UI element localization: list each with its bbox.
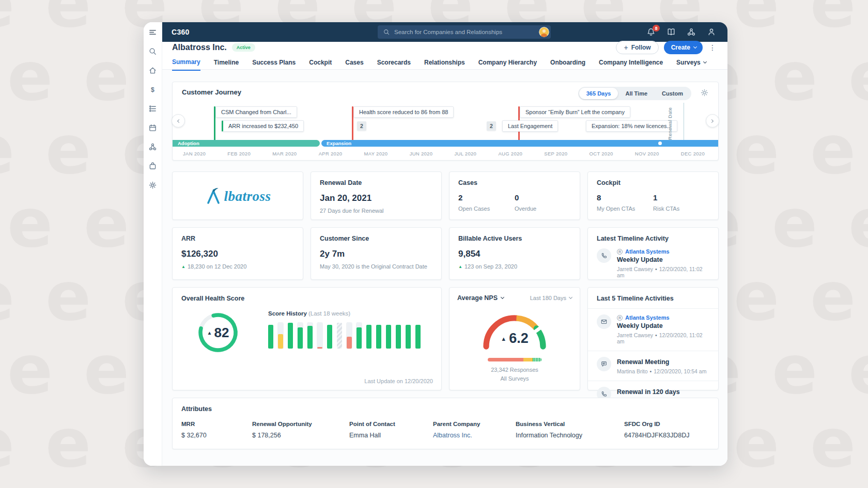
- search-icon[interactable]: [148, 46, 158, 56]
- nps-title-dropdown[interactable]: Average NPS: [457, 294, 504, 302]
- month-label: JAN 2020: [183, 151, 206, 156]
- score-bar: [288, 323, 293, 349]
- tab-summary[interactable]: Summary: [172, 58, 200, 71]
- renewal-date-card: Renewal Date Jan 20, 2021 27 Days due fo…: [311, 171, 442, 220]
- nps-value: 6.2: [509, 330, 529, 347]
- chevron-down-icon: [501, 295, 504, 299]
- timeline-activity-item[interactable]: RAtlanta SystemsWeekly UpdateJarrett Caw…: [597, 248, 709, 278]
- create-button[interactable]: Create: [664, 41, 703, 54]
- card-title: ARR: [181, 235, 294, 242]
- activity-meta: Jarrett Cawsey•12/20/2020, 11:02 am: [617, 266, 709, 278]
- registered-icon: R: [617, 315, 623, 321]
- open-cases-value: 2: [458, 193, 515, 202]
- dollar-icon[interactable]: $: [148, 85, 158, 94]
- score-bar: [396, 323, 401, 349]
- score-bar: [366, 323, 371, 349]
- menu-icon[interactable]: [148, 27, 158, 37]
- journey-scroll-left-button[interactable]: [172, 114, 185, 128]
- nps-gauge: ▲6.2: [476, 308, 553, 352]
- up-triangle-icon: ▲: [181, 264, 185, 269]
- card-title: Customer Since: [320, 235, 432, 242]
- search-icon: [383, 28, 390, 36]
- user-icon[interactable]: [707, 27, 716, 37]
- calendar-icon[interactable]: [148, 123, 158, 132]
- score-bar: [337, 323, 342, 349]
- nps-range-dropdown[interactable]: Last 180 Days: [530, 295, 572, 301]
- tab-onboarding[interactable]: Onboarding: [550, 58, 585, 71]
- journey-event[interactable]: CSM Changed from Charl...: [215, 106, 297, 118]
- health-score-value: 82: [214, 325, 229, 341]
- network-icon[interactable]: [148, 142, 158, 151]
- navbar-actions: 8: [646, 22, 716, 42]
- card-title: Billable Active Users: [458, 235, 571, 242]
- registered-icon: R: [617, 249, 623, 255]
- avatar[interactable]: [539, 27, 549, 37]
- phase-adoption: Adoption: [173, 140, 320, 147]
- tab-cases[interactable]: Cases: [345, 58, 363, 71]
- global-search-input[interactable]: Search for Companies and Relationships: [378, 25, 551, 39]
- tab-surveys[interactable]: Surveys: [676, 58, 706, 71]
- score-history-chart: [268, 323, 421, 349]
- risk-ctas-value: 1: [653, 193, 709, 202]
- journey-event[interactable]: Health score reduced to 86 from 88: [353, 106, 454, 118]
- book-icon[interactable]: [667, 27, 676, 37]
- home-icon[interactable]: [148, 66, 158, 75]
- nps-dist-segment: [533, 358, 541, 361]
- bag-icon[interactable]: [148, 161, 158, 170]
- follow-label: Follow: [631, 44, 651, 51]
- journey-filter-all-time[interactable]: All Time: [618, 88, 655, 99]
- cockpit-list-icon[interactable]: [148, 104, 158, 113]
- card-title: Cockpit: [597, 179, 709, 186]
- tab-timeline[interactable]: Timeline: [214, 58, 239, 71]
- up-triangle-icon: ▲: [501, 336, 506, 342]
- journey-filter-custom[interactable]: Custom: [655, 88, 690, 99]
- kebab-menu-icon[interactable]: ⋮: [708, 43, 717, 52]
- card-title: Renewal Date: [320, 179, 432, 186]
- activity-company-link[interactable]: RAtlanta Systems: [617, 314, 709, 321]
- health-score-card: Overall Health Score ▲82 Score History (…: [172, 287, 442, 390]
- timeline-activity-item[interactable]: Renewal MeetingMartina Brito•12/20/2020,…: [588, 351, 718, 381]
- journey-event[interactable]: ARR increased to $232,450: [222, 120, 304, 132]
- tab-scorecards[interactable]: Scorecards: [377, 58, 411, 71]
- billable-users-value: 9,854: [458, 249, 571, 259]
- tab-relationships[interactable]: Relationships: [424, 58, 465, 71]
- albatross-logo: lbatross: [204, 187, 271, 204]
- journey-event-count-badge[interactable]: 2: [487, 121, 496, 131]
- journey-scroll-right-button[interactable]: [706, 114, 719, 128]
- journey-title: Customer Journey: [182, 88, 241, 96]
- bell-icon[interactable]: 8: [646, 27, 656, 37]
- customer-since-subtitle: May 30, 2020 is the Original Contract Da…: [320, 263, 432, 270]
- tab-success-plans[interactable]: Success Plans: [252, 58, 296, 71]
- gear-icon[interactable]: [148, 180, 158, 190]
- follow-button[interactable]: + Follow: [616, 41, 658, 54]
- nps-responses: 23,342 Responses: [457, 367, 572, 373]
- gear-icon[interactable]: [700, 88, 709, 98]
- score-bar: [386, 323, 391, 349]
- attribute-business-vertical: Business VerticalInformation Technology: [516, 421, 624, 439]
- timeline-activity-item[interactable]: RAtlanta SystemsWeekly UpdateJarrett Caw…: [588, 309, 718, 351]
- month-label: NOV 2020: [635, 151, 659, 156]
- journey-event[interactable]: Last Engagement: [502, 120, 558, 132]
- attribute-renewal-opportunity: Renewal Opportunity$ 178,256: [252, 421, 349, 439]
- org-icon[interactable]: [687, 27, 696, 37]
- tab-company-intelligence[interactable]: Company Intelligence: [599, 58, 663, 71]
- month-label: DEC 2020: [681, 151, 705, 156]
- tab-cockpit[interactable]: Cockpit: [309, 58, 332, 71]
- app-title: C360: [172, 28, 190, 36]
- activity-company-link[interactable]: RAtlanta Systems: [617, 248, 709, 255]
- journey-event[interactable]: Sponsor “Emily Burn” Left the company: [520, 106, 630, 118]
- tab-company-hierarchy[interactable]: Company Hierarchy: [478, 58, 537, 71]
- journey-filter-365-days[interactable]: 365 Days: [579, 88, 618, 99]
- renewal-date-value: Jan 20, 2021: [320, 193, 432, 203]
- renewal-date-subtitle: 27 Days due for Renewal: [320, 208, 432, 214]
- activity-meta: Jarrett Cawsey•12/20/2020, 11:02 am: [617, 332, 709, 344]
- health-score-gauge: ▲82: [195, 309, 241, 356]
- score-bar: [317, 323, 322, 349]
- month-label: FEB 2020: [227, 151, 251, 156]
- journey-event-count-badge[interactable]: 2: [357, 121, 366, 131]
- billable-users-delta: 123 on Sep 23, 2020: [464, 263, 517, 270]
- journey-event[interactable]: Expansion: 18% new licences...: [586, 120, 677, 132]
- left-sidebar: $: [144, 22, 162, 466]
- create-label: Create: [671, 44, 690, 51]
- attribute-sfdc-org-id: SFDC Org ID64784HDJFK83JD8DJ: [624, 421, 709, 439]
